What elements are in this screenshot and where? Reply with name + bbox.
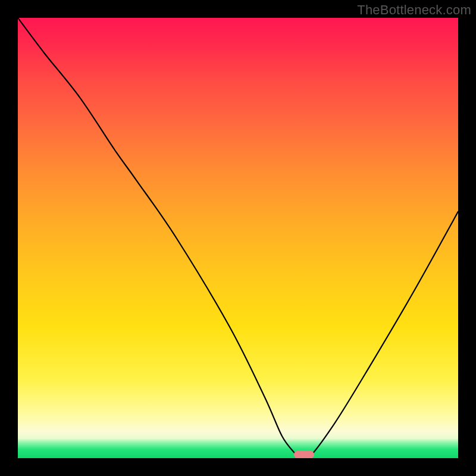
plot-area <box>18 18 458 458</box>
watermark-text: TheBottleneck.com <box>357 2 471 18</box>
optimal-marker <box>294 451 314 458</box>
chart-frame: TheBottleneck.com <box>0 0 476 476</box>
curve-path <box>18 18 458 458</box>
bottleneck-curve <box>18 18 458 458</box>
